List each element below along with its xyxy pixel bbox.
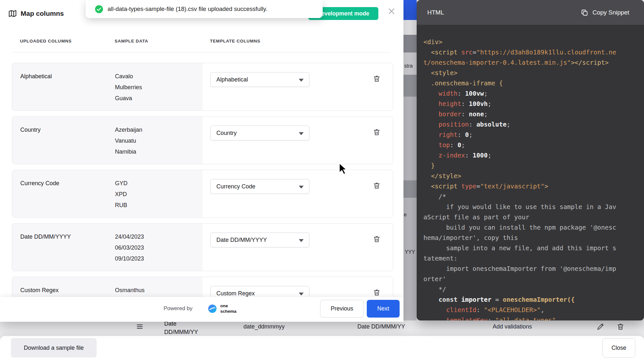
mapping-row: Country Azerbaijan Vanuatu Namibia Count… bbox=[12, 116, 393, 164]
copy-snippet-button[interactable]: Copy Snippet bbox=[581, 9, 629, 16]
mapping-row: Currency Code GYD XPD RUB Currency Code bbox=[12, 170, 393, 218]
code-line: build you can install the npm package '@… bbox=[423, 223, 639, 233]
code-language-label: HTML bbox=[427, 9, 444, 16]
background-band bbox=[403, 35, 417, 52]
oneschema-logo-text: one schema bbox=[220, 303, 236, 314]
mouse-cursor bbox=[339, 163, 348, 175]
code-snippet-panel: HTML Copy Snippet <div> <script src="htt… bbox=[417, 0, 644, 320]
delete-column-button[interactable] bbox=[372, 288, 382, 298]
mapping-row: Alphabetical Cavalo Mulberries Guava Alp… bbox=[12, 63, 393, 111]
close-importer-button[interactable]: Close bbox=[602, 338, 635, 357]
code-line: } bbox=[423, 161, 639, 171]
uploaded-column-name: Alphabetical bbox=[20, 73, 52, 80]
chevron-down-icon bbox=[299, 186, 304, 189]
trash-icon bbox=[373, 288, 381, 297]
background-column-name: Date DD/MMM/YY bbox=[164, 319, 198, 336]
uploaded-column-name: Date DD/MM/YYYY bbox=[20, 233, 71, 240]
trash-icon bbox=[373, 235, 381, 243]
background-header-bar bbox=[403, 0, 417, 20]
background-band bbox=[403, 20, 417, 35]
delete-row-button[interactable] bbox=[616, 322, 625, 332]
code-content: <div> <script src="https://d3ah8o189k1ll… bbox=[417, 25, 644, 320]
code-line: <div> bbox=[423, 37, 639, 47]
uploaded-column-name: Country bbox=[20, 127, 41, 133]
delete-column-button[interactable] bbox=[372, 234, 382, 244]
code-line: import oneschemaImporter from '@oneschem… bbox=[423, 264, 639, 274]
modal-close-button[interactable] bbox=[385, 5, 398, 18]
code-line: templateKey: "all-data-types", bbox=[423, 315, 639, 320]
chevron-down-icon bbox=[299, 239, 304, 242]
sample-data-values: 24/04/2023 06/03/2023 09/10/2023 bbox=[115, 231, 144, 264]
code-line: </style> bbox=[423, 171, 639, 181]
trash-icon bbox=[373, 128, 381, 136]
background-text-fragment: stra bbox=[404, 63, 413, 69]
mapping-row: Date DD/MM/YYYY 24/04/2023 06/03/2023 09… bbox=[12, 223, 393, 271]
row-left-background bbox=[12, 224, 203, 271]
template-column-select[interactable]: Country bbox=[210, 126, 309, 140]
template-column-select[interactable]: Alphabetical bbox=[210, 72, 309, 87]
copy-icon bbox=[581, 9, 588, 16]
sample-data-values: Cavalo Mulberries Guava bbox=[115, 71, 142, 104]
delete-column-button[interactable] bbox=[372, 74, 382, 84]
sample-data-values: Azerbaijan Vanuatu Namibia bbox=[115, 124, 142, 157]
copy-snippet-label: Copy Snippet bbox=[592, 9, 629, 16]
header-uploaded-columns: UPLOADED COLUMNS bbox=[20, 39, 72, 43]
code-line: if you would like to use this sample in … bbox=[423, 202, 639, 212]
template-column-select[interactable]: Date DD/MM/YYYY bbox=[210, 233, 309, 247]
sample-data-values: GYD XPD RUB bbox=[115, 178, 128, 211]
background-template-column: Date DD/MMM/YY bbox=[357, 323, 405, 330]
row-left-background bbox=[12, 117, 203, 164]
trash-icon bbox=[373, 74, 381, 83]
oneschema-logo-icon bbox=[207, 304, 217, 314]
chevron-down-icon bbox=[299, 79, 304, 82]
drag-handle-icon bbox=[136, 322, 144, 331]
code-line: t/oneschema-importer-0.4.latest.min.js">… bbox=[423, 58, 639, 68]
code-line: */ bbox=[423, 284, 639, 295]
uploaded-column-name: Currency Code bbox=[20, 180, 59, 187]
delete-column-button[interactable] bbox=[372, 181, 382, 191]
code-line: sample into a new file, and add this imp… bbox=[423, 243, 639, 253]
map-columns-modal: Map columns Development mode all-data-ty… bbox=[0, 0, 403, 322]
upload-success-toast: all-data-types-sample-file (18).csv file… bbox=[86, 0, 323, 18]
row-left-background bbox=[12, 170, 203, 217]
code-line: orter' bbox=[423, 274, 639, 284]
code-line: aScript file as part of your bbox=[423, 212, 639, 223]
code-line: right: 0; bbox=[423, 130, 639, 140]
previous-button[interactable]: Previous bbox=[320, 300, 364, 318]
modal-title: Map columns bbox=[21, 10, 64, 17]
code-line: <style> bbox=[423, 68, 639, 78]
next-button[interactable]: Next bbox=[367, 300, 400, 318]
modal-footer: Powered by one schema Previous Next bbox=[0, 297, 403, 322]
close-icon bbox=[387, 7, 396, 15]
code-line: hema/importer', copy this bbox=[423, 233, 639, 243]
edit-column-button[interactable] bbox=[596, 322, 605, 332]
map-icon bbox=[8, 9, 17, 18]
code-line: border: none; bbox=[423, 109, 639, 119]
add-validations-button[interactable]: Add validations bbox=[493, 323, 532, 330]
chevron-down-icon bbox=[299, 292, 304, 296]
template-column-select[interactable]: Currency Code bbox=[210, 179, 309, 194]
pencil-icon bbox=[596, 322, 605, 331]
delete-column-button[interactable] bbox=[372, 127, 382, 138]
code-line: /* bbox=[423, 192, 639, 202]
code-line: .oneschema-iframe { bbox=[423, 78, 639, 89]
background-band bbox=[403, 75, 417, 97]
background-band bbox=[403, 180, 417, 198]
code-line: height: 100vh; bbox=[423, 99, 639, 109]
bottom-bar: Download a sample file Close bbox=[0, 336, 644, 362]
code-line: const importer = oneschemaImporter({ bbox=[423, 295, 639, 305]
header-sample-data: SAMPLE DATA bbox=[115, 39, 148, 43]
code-line: z-index: 1000; bbox=[423, 150, 639, 161]
header-template-columns: TEMPLATE COLUMNS bbox=[210, 39, 260, 43]
header-divider bbox=[13, 52, 391, 52]
background-field-key: date_ddmmmyy bbox=[243, 323, 285, 330]
toast-message: all-data-types-sample-file (18).csv file… bbox=[108, 5, 267, 13]
code-line: position: absolute; bbox=[423, 119, 639, 130]
code-line: tatement: bbox=[423, 253, 639, 264]
row-left-background bbox=[12, 63, 203, 110]
drag-handle[interactable] bbox=[136, 322, 144, 332]
background-app-strip: stra e YYY bbox=[403, 0, 417, 320]
download-sample-button[interactable]: Download a sample file bbox=[11, 338, 97, 357]
screen: stra e YYY Date DD/MMM/YY date_ddmmmyy D… bbox=[0, 0, 644, 362]
chevron-down-icon bbox=[299, 132, 304, 135]
